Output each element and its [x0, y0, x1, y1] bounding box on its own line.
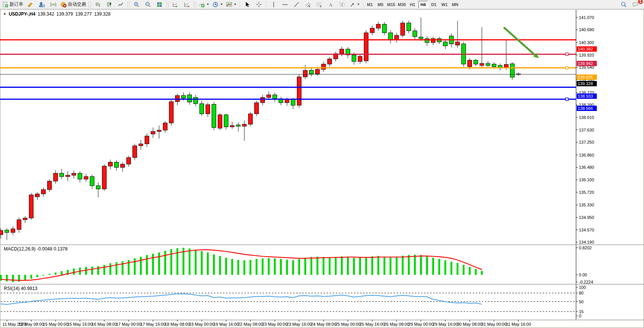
bar-chart-icon — [95, 2, 101, 8]
rsi-label: RSI(14) — [4, 286, 19, 291]
ohlc-high: 139.379 — [56, 11, 73, 17]
price-chart-canvas[interactable]: 141.070140.690140.300139.920139.540139.1… — [0, 9, 644, 328]
trendline-button[interactable] — [291, 0, 302, 9]
rsi-header: RSI(14) 40.9813 — [4, 286, 37, 291]
svg-text:137.250: 137.250 — [579, 140, 594, 144]
collapse-triangle-icon[interactable]: ▼ — [3, 12, 6, 16]
chart-shift-button[interactable] — [181, 0, 193, 9]
svg-text:19 May 16:00: 19 May 16:00 — [214, 322, 239, 326]
trend-arrow-annotation[interactable] — [504, 28, 539, 58]
timeframe-button-m30[interactable]: M30 — [397, 1, 407, 8]
svg-text:E: E — [309, 5, 311, 8]
svg-text:19 May 00:00: 19 May 00:00 — [189, 322, 215, 326]
time-axis: 11 May 202312 May 08:0015 May 00:0015 Ma… — [3, 320, 531, 327]
resistance-line-upper-price-label: 140.382 — [577, 46, 597, 52]
signals-button[interactable] — [48, 0, 59, 9]
cursor-icon — [244, 2, 250, 8]
auto-trading-label: 自动交易 — [68, 1, 86, 8]
trendline-icon — [293, 2, 300, 8]
svg-text:134.570: 134.570 — [579, 228, 594, 232]
pivot-line-handle[interactable] — [566, 67, 568, 69]
bar-chart-button[interactable] — [92, 0, 104, 9]
ohlc-open: 139.342 — [38, 11, 54, 17]
timeframe-button-h1[interactable]: H1 — [408, 1, 418, 8]
svg-text:23 May 16:00: 23 May 16:00 — [287, 322, 312, 326]
support-line-upper-price-label: 138.933 — [577, 93, 597, 99]
fibonacci-icon: F — [316, 2, 322, 8]
periods-button[interactable]: ▼ — [211, 0, 225, 9]
templates-button[interactable]: ▼ — [225, 0, 238, 9]
svg-text:136.480: 136.480 — [579, 165, 594, 170]
auto-scroll-button[interactable] — [170, 0, 181, 9]
svg-text:140.690: 140.690 — [579, 27, 594, 32]
svg-text:17 May 16:00: 17 May 16:00 — [140, 322, 166, 326]
support-line-price-label: 138.566 — [577, 106, 597, 111]
svg-text:23 May 00:00: 23 May 00:00 — [262, 322, 288, 326]
auto-trading-button[interactable]: 自动交易 — [59, 0, 88, 9]
svg-text:15: 15 — [579, 309, 583, 314]
text-label-icon: T — [339, 2, 345, 8]
timeframe-button-m15[interactable]: M15 — [386, 1, 396, 8]
timeframe-button-m1[interactable]: M1 — [365, 1, 375, 8]
svg-text:136.860: 136.860 — [579, 153, 594, 157]
pane-borders — [0, 10, 644, 321]
svg-text:31 May 00:00: 31 May 00:00 — [481, 322, 507, 326]
support-line-handle[interactable] — [566, 98, 568, 101]
timeframe-button-h4[interactable]: H4 — [418, 1, 428, 8]
symbol-header[interactable]: ▼ USDJPY-,H4 139.342 139.379 139.277 139… — [3, 11, 111, 17]
cursor-button[interactable] — [242, 0, 253, 9]
search-icon — [621, 2, 627, 8]
svg-text:12 May 08:00: 12 May 08:00 — [19, 322, 44, 326]
text-label-button[interactable]: T — [336, 0, 348, 9]
candlestick-chart-button[interactable] — [104, 0, 115, 9]
svg-text:F: F — [320, 5, 322, 8]
indicators-button[interactable]: ▼ — [197, 0, 211, 9]
svg-text:135.720: 135.720 — [579, 190, 594, 195]
macd-label: MACD(12,26,9) — [4, 246, 35, 252]
level-lines — [0, 40, 576, 101]
svg-text:15 May 00:00: 15 May 00:00 — [43, 322, 69, 326]
macd-values: -0.0048 0.1378 — [37, 246, 68, 252]
new-order-button[interactable]: 新订单 — [1, 0, 25, 9]
svg-text:100: 100 — [579, 285, 586, 290]
auto-trading-icon — [61, 2, 67, 8]
vertical-line-button[interactable] — [268, 0, 279, 9]
svg-text:0.00: 0.00 — [579, 273, 587, 277]
ohlc-low: 139.277 — [75, 11, 92, 17]
text-button[interactable]: A — [325, 0, 336, 9]
svg-text:17 May 00:00: 17 May 00:00 — [116, 322, 142, 326]
channel-icon: E — [305, 2, 311, 8]
timeframe-button-d1[interactable]: D1 — [429, 1, 439, 8]
templates-icon — [226, 2, 232, 8]
svg-text:24 May 08:00: 24 May 08:00 — [311, 322, 336, 326]
market-watch-button[interactable] — [36, 0, 48, 9]
zoom-in-button[interactable] — [131, 0, 142, 9]
ohlc-close: 139.328 — [94, 11, 110, 17]
arrows-dropdown-arrow: ▼ — [357, 3, 360, 6]
resistance-line-handle[interactable] — [566, 53, 568, 55]
tile-windows-icon — [156, 2, 163, 8]
svg-text:T: T — [341, 3, 343, 6]
horizontal-line-icon — [282, 2, 288, 8]
svg-text:135.330: 135.330 — [579, 203, 594, 207]
channel-button[interactable]: E — [302, 0, 314, 9]
svg-text:80: 80 — [579, 291, 583, 295]
horizontal-line-button[interactable] — [279, 0, 291, 9]
crosshair-button[interactable] — [253, 0, 265, 9]
notifications-button[interactable]: 1 — [630, 0, 641, 9]
line-chart-button[interactable] — [115, 0, 126, 9]
fibonacci-button[interactable]: F — [314, 0, 325, 9]
svg-text:-0.2224: -0.2224 — [579, 280, 593, 284]
timeframe-button-mn[interactable]: MN — [450, 1, 460, 8]
svg-text:139.920: 139.920 — [579, 53, 594, 57]
timeframe-button-m5[interactable]: M5 — [376, 1, 386, 8]
zoom-out-button[interactable] — [142, 0, 154, 9]
arrows-button[interactable]: ▼ — [348, 0, 362, 9]
tile-windows-button[interactable] — [154, 0, 165, 9]
search-button[interactable] — [618, 0, 630, 9]
brush-button[interactable] — [25, 0, 36, 9]
auto-scroll-icon — [172, 2, 179, 8]
crosshair-icon — [256, 2, 262, 8]
timeframe-button-w1[interactable]: W1 — [440, 1, 450, 8]
svg-text:134.950: 134.950 — [579, 215, 594, 220]
